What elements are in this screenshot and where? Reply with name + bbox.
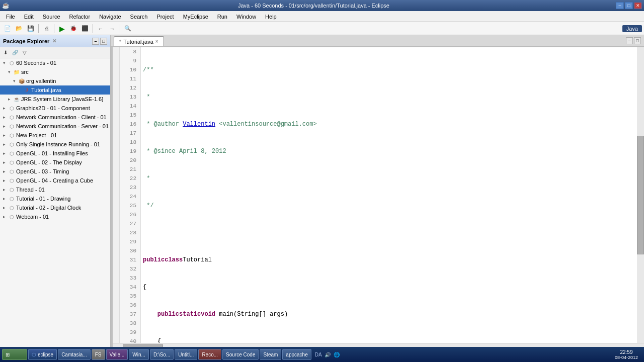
link-editor-btn[interactable]: 🔗 [11, 49, 20, 57]
perspective-java[interactable]: Java [622, 25, 642, 32]
tree-item-tutorial[interactable]: J Tutorial.java [0, 85, 110, 95]
menu-navigate[interactable]: Navigate [95, 13, 125, 21]
tree-item-onlysingle[interactable]: ▸ ⬡ Only Single Instance Running - 01 [0, 140, 110, 149]
code-content[interactable]: /** * * @author Vallentin <vallentinsour… [141, 47, 637, 343]
scroll-thumb[interactable] [637, 136, 644, 254]
run-button[interactable]: ▶ [56, 24, 67, 34]
minimize-button[interactable]: – [616, 2, 624, 9]
taskbar-reco[interactable]: Reco... [198, 349, 221, 360]
tree-item-60s[interactable]: ▾ ⬡ 60 Seconds - 01 [0, 58, 110, 67]
menu-file[interactable]: File [2, 13, 19, 21]
forward-button[interactable]: → [107, 24, 118, 34]
tray-icon-da[interactable]: DA [314, 350, 323, 358]
margin-31 [113, 255, 119, 264]
menu-project[interactable]: Project [152, 13, 178, 21]
project-icon-opengl03: ⬡ [8, 168, 15, 175]
margin-38 [113, 319, 119, 328]
ln-9: 9 [122, 56, 136, 65]
menu-myeclipse[interactable]: MyEclipse [179, 13, 212, 21]
ln-28: 28 [122, 228, 136, 237]
project-icon-onlysingle: ⬡ [8, 141, 15, 148]
margin-20 [113, 156, 119, 165]
tab-close-btn[interactable]: × [155, 39, 158, 44]
taskbar-win[interactable]: Win... [129, 349, 149, 360]
tree-item-jre[interactable]: ▸ ☕ JRE System Library [JavaSE-1.6] [0, 95, 110, 104]
tree-label-thread01: Thread - 01 [16, 187, 45, 193]
tree-item-thread01[interactable]: ▸ ⬡ Thread - 01 [0, 185, 110, 194]
dso-label: D:\So... [153, 352, 170, 357]
ln-32: 32 [122, 264, 136, 274]
taskbar-untitl[interactable]: Untitl... [175, 349, 197, 360]
tree-item-webcam01[interactable]: ▸ ⬡ Webcam - 01 [0, 212, 110, 221]
eclipse-taskbar-label: eclipse [38, 352, 53, 357]
collapse-all-btn[interactable]: ⬇ [1, 49, 10, 57]
package-explorer-panel: ⬇ 🔗 ▽ ▾ ⬡ 60 Seconds - 01 ▾ 📁 src [0, 47, 111, 350]
menu-edit[interactable]: Edit [20, 13, 38, 21]
tree-item-graphics2d[interactable]: ▸ ⬡ Graphics2D - 01 - Component [0, 104, 110, 113]
vertical-scrollbar[interactable] [637, 47, 644, 343]
project-icon-netserver: ⬡ [8, 123, 15, 130]
new-file-button[interactable]: 📄 [2, 24, 13, 34]
tree-item-org[interactable]: ▾ 📦 org.vallentin [0, 76, 110, 85]
start-button[interactable]: ⊞ [2, 349, 27, 360]
maximize-button[interactable]: □ [625, 2, 633, 9]
menu-search[interactable]: Search [126, 13, 152, 21]
tray-icon-network[interactable]: 🌐 [333, 350, 341, 358]
tree-arrow-netserver: ▸ [3, 124, 8, 129]
editor-panel: 8 9 10 11 12 13 14 15 16 17 18 19 20 21 … [113, 47, 644, 350]
menu-run[interactable]: Run [213, 13, 231, 21]
tree-label-opengl03: OpenGL - 03 - Timing [16, 168, 69, 174]
ln-38: 38 [122, 319, 136, 328]
debug-button[interactable]: 🐞 [68, 24, 79, 34]
taskbar-steam[interactable]: Steam [260, 349, 281, 360]
print-button[interactable]: 🖨 [41, 24, 52, 34]
taskbar-appcache[interactable]: appcache [282, 349, 311, 360]
ln-17: 17 [122, 129, 136, 138]
panel-minimize-btn[interactable]: – [92, 38, 99, 45]
terminate-button[interactable]: ⬛ [79, 24, 91, 34]
search-button[interactable]: 🔍 [122, 24, 133, 34]
tree-item-tutorial02[interactable]: ▸ ⬡ Tutorial - 02 - Digital Clock [0, 203, 110, 212]
ln-37: 37 [122, 310, 136, 319]
tree-item-newproject[interactable]: ▸ ⬡ New Project - 01 [0, 131, 110, 140]
project-tree[interactable]: ▾ ⬡ 60 Seconds - 01 ▾ 📁 src ▾ 📦 org.vall… [0, 58, 110, 350]
taskbar-eclipse[interactable]: ⬡ eclipse [28, 349, 57, 360]
tree-item-opengl02[interactable]: ▸ ⬡ OpenGL - 02 - The Display [0, 158, 110, 167]
tutorial-tab[interactable]: * Tutorial.java × [114, 36, 164, 46]
panel-maximize-btn[interactable]: □ [100, 38, 107, 45]
taskbar-sourcecode[interactable]: Source Code [222, 349, 259, 360]
tree-item-netserver[interactable]: ▸ ⬡ Network Communication - Server - 01 [0, 122, 110, 131]
taskbar-filezilla[interactable]: FS [92, 349, 105, 360]
tree-item-netclient[interactable]: ▸ ⬡ Network Communication - Client - 01 [0, 113, 110, 122]
tree-item-opengl01[interactable]: ▸ ⬡ OpenGL - 01 - Installing Files [0, 149, 110, 158]
tray-icon-sound[interactable]: 🔊 [324, 350, 332, 358]
menu-bar: File Edit Source Refactor Navigate Searc… [0, 11, 644, 22]
tree-item-src[interactable]: ▾ 📁 src [0, 67, 110, 76]
panel-menu-btn[interactable]: ▽ [20, 49, 29, 57]
menu-help[interactable]: Help [261, 13, 281, 21]
tree-item-opengl03[interactable]: ▸ ⬡ OpenGL - 03 - Timing [0, 167, 110, 176]
margin-34 [113, 283, 119, 292]
open-button[interactable]: 📂 [14, 24, 25, 34]
save-button[interactable]: 💾 [25, 24, 36, 34]
close-button[interactable]: ✕ [634, 2, 642, 9]
ln-12: 12 [122, 83, 136, 93]
tree-item-opengl04[interactable]: ▸ ⬡ OpenGL - 04 - Creating a Cube [0, 176, 110, 185]
tree-label-webcam01: Webcam - 01 [16, 214, 49, 220]
menu-window[interactable]: Window [232, 13, 260, 21]
ln-13: 13 [122, 93, 136, 102]
taskbar-dso[interactable]: D:\So... [150, 349, 174, 360]
back-button[interactable]: ← [95, 24, 106, 34]
menu-source[interactable]: Source [39, 13, 64, 21]
menu-refactor[interactable]: Refactor [65, 13, 95, 21]
code-editor[interactable]: 8 9 10 11 12 13 14 15 16 17 18 19 20 21 … [113, 47, 644, 343]
editor-minimize-btn[interactable]: – [626, 37, 633, 44]
margin-30 [113, 246, 119, 255]
taskbar-valle[interactable]: Valle... [106, 349, 128, 360]
editor-maximize-btn[interactable]: □ [634, 37, 641, 44]
margin-33 [113, 274, 119, 283]
taskbar-camtasia[interactable]: Camtasia... [58, 349, 91, 360]
margin-8 [113, 47, 119, 56]
ln-39: 39 [122, 328, 136, 337]
tree-item-tutorial01[interactable]: ▸ ⬡ Tutorial - 01 - Drawing [0, 194, 110, 203]
